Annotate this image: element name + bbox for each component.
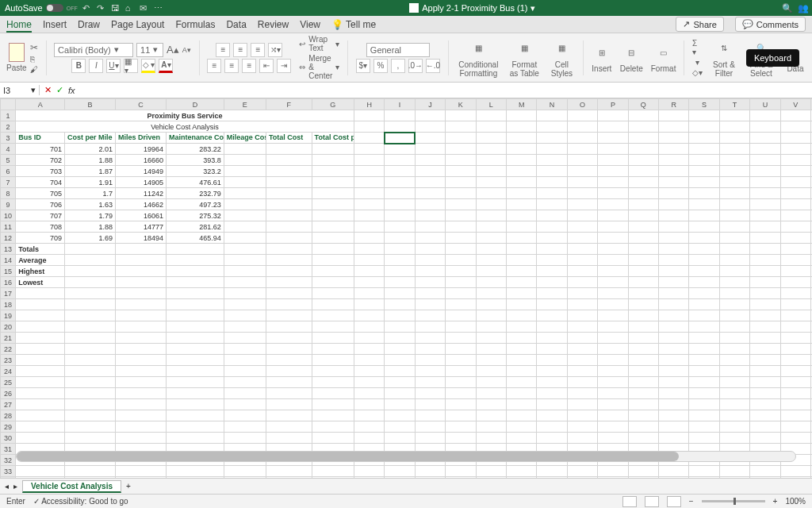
cell[interactable] bbox=[116, 255, 167, 266]
cell[interactable] bbox=[266, 355, 312, 366]
tab-data[interactable]: Data bbox=[226, 19, 246, 30]
cell[interactable] bbox=[385, 244, 415, 255]
cell[interactable] bbox=[167, 377, 224, 388]
cell[interactable] bbox=[224, 144, 266, 155]
wrap-text-button[interactable]: ↩ Wrap Text ▾ bbox=[299, 35, 339, 52]
cell[interactable] bbox=[446, 244, 476, 255]
tab-home[interactable]: Home bbox=[6, 19, 32, 30]
cell[interactable] bbox=[567, 299, 597, 310]
align-middle-icon[interactable]: ≡ bbox=[233, 43, 247, 57]
zoom-in-icon[interactable]: + bbox=[773, 497, 778, 506]
cell[interactable] bbox=[628, 221, 658, 233]
cell[interactable] bbox=[598, 310, 628, 321]
cell[interactable] bbox=[537, 221, 567, 233]
tab-review[interactable]: Review bbox=[258, 19, 289, 30]
cell[interactable] bbox=[567, 433, 597, 444]
cell[interactable] bbox=[780, 121, 810, 133]
comma-icon[interactable]: , bbox=[391, 59, 405, 73]
cell[interactable] bbox=[16, 421, 65, 433]
cell[interactable] bbox=[446, 233, 476, 244]
cell[interactable] bbox=[780, 166, 810, 177]
cell[interactable] bbox=[415, 310, 445, 321]
more-icon[interactable]: ⋯ bbox=[154, 3, 163, 13]
cell[interactable] bbox=[689, 377, 719, 388]
cell[interactable] bbox=[385, 466, 415, 477]
cell[interactable] bbox=[116, 377, 167, 388]
cell[interactable] bbox=[476, 133, 506, 144]
horizontal-scrollbar[interactable] bbox=[16, 451, 796, 462]
cell[interactable] bbox=[506, 233, 536, 244]
cell[interactable] bbox=[354, 333, 384, 344]
cell[interactable] bbox=[628, 121, 658, 133]
cell[interactable] bbox=[659, 233, 689, 244]
cell[interactable] bbox=[780, 255, 810, 266]
cell[interactable] bbox=[312, 221, 354, 233]
cell[interactable] bbox=[266, 477, 312, 479]
cell[interactable] bbox=[750, 255, 780, 266]
cell[interactable] bbox=[628, 133, 658, 144]
cell[interactable]: 704 bbox=[16, 177, 65, 188]
cell[interactable]: 14905 bbox=[116, 177, 167, 188]
cell[interactable] bbox=[567, 210, 597, 221]
cell[interactable] bbox=[537, 155, 567, 166]
col-header[interactable]: U bbox=[750, 99, 780, 110]
cell[interactable] bbox=[354, 299, 384, 310]
cell[interactable] bbox=[628, 233, 658, 244]
cell[interactable] bbox=[780, 266, 810, 277]
cell[interactable] bbox=[415, 277, 445, 288]
cell[interactable] bbox=[750, 433, 780, 444]
row-header[interactable]: 1 bbox=[1, 110, 16, 121]
cell[interactable] bbox=[354, 477, 384, 479]
cell[interactable] bbox=[537, 321, 567, 333]
cell[interactable] bbox=[446, 355, 476, 366]
cell[interactable] bbox=[415, 477, 445, 479]
mail-icon[interactable]: ✉ bbox=[140, 3, 149, 13]
cell[interactable] bbox=[598, 421, 628, 433]
cell[interactable] bbox=[750, 244, 780, 255]
cell[interactable] bbox=[354, 133, 384, 144]
cell[interactable] bbox=[354, 410, 384, 421]
cell[interactable] bbox=[780, 210, 810, 221]
cell[interactable] bbox=[537, 277, 567, 288]
cell[interactable] bbox=[780, 110, 810, 121]
cell[interactable] bbox=[476, 388, 506, 399]
cell[interactable] bbox=[628, 344, 658, 355]
cell[interactable] bbox=[628, 388, 658, 399]
cell[interactable] bbox=[476, 210, 506, 221]
cell[interactable] bbox=[506, 466, 536, 477]
row-header[interactable]: 11 bbox=[1, 221, 16, 233]
col-header[interactable]: D bbox=[167, 99, 224, 110]
add-sheet-button[interactable]: + bbox=[126, 482, 131, 491]
cell[interactable] bbox=[16, 299, 65, 310]
cell[interactable] bbox=[224, 310, 266, 321]
view-page-layout-icon[interactable] bbox=[645, 496, 659, 507]
prev-sheet-icon[interactable]: ◂ bbox=[5, 482, 9, 491]
cell[interactable] bbox=[385, 233, 415, 244]
row-header[interactable]: 9 bbox=[1, 199, 16, 210]
cell[interactable] bbox=[385, 377, 415, 388]
cell[interactable] bbox=[750, 210, 780, 221]
cell[interactable] bbox=[415, 355, 445, 366]
cell[interactable]: Maintenance Cost bbox=[167, 133, 224, 144]
cell[interactable] bbox=[689, 466, 719, 477]
cell[interactable] bbox=[224, 210, 266, 221]
cell[interactable] bbox=[628, 377, 658, 388]
cell[interactable]: Average bbox=[16, 255, 65, 266]
cell[interactable] bbox=[659, 133, 689, 144]
cell[interactable] bbox=[65, 466, 116, 477]
cell[interactable] bbox=[506, 188, 536, 199]
row-header[interactable]: 8 bbox=[1, 188, 16, 199]
col-header[interactable]: P bbox=[598, 99, 628, 110]
cell[interactable] bbox=[385, 299, 415, 310]
cell[interactable] bbox=[446, 221, 476, 233]
align-right-icon[interactable]: ≡ bbox=[242, 59, 256, 73]
cell[interactable] bbox=[224, 321, 266, 333]
cell[interactable] bbox=[312, 188, 354, 199]
cell[interactable] bbox=[506, 221, 536, 233]
cell[interactable] bbox=[719, 410, 749, 421]
cell[interactable] bbox=[719, 155, 749, 166]
cell[interactable] bbox=[567, 410, 597, 421]
underline-button[interactable]: U ▾ bbox=[106, 59, 121, 73]
cell[interactable] bbox=[659, 288, 689, 299]
cell[interactable]: 232.79 bbox=[167, 188, 224, 199]
